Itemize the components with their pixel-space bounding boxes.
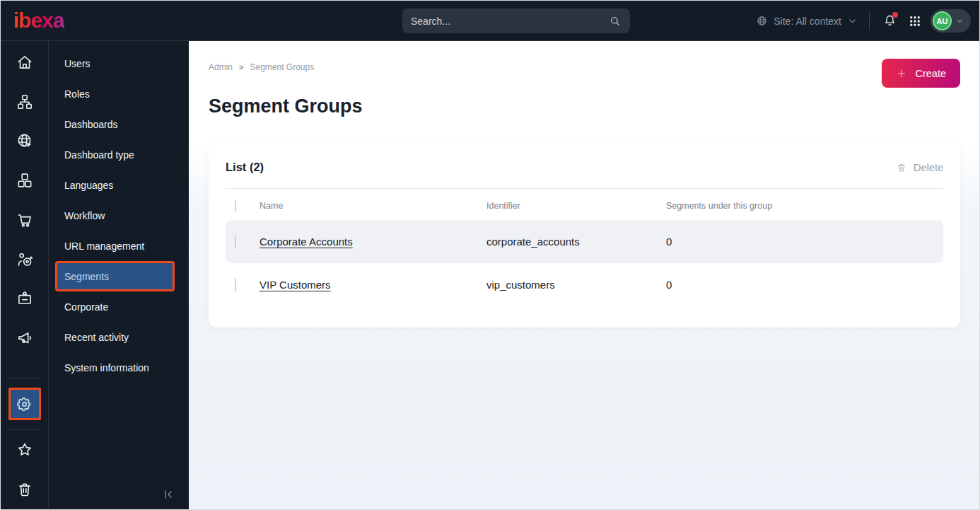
create-button[interactable]: Create [882,59,960,88]
audience-target-icon [16,250,34,269]
table-row: VIP Customers vip_customers 0 [226,263,943,306]
search-input[interactable] [411,16,609,27]
sidebar-item-label: Corporate [64,301,108,313]
sidebar-item-workflow[interactable]: Workflow [49,200,189,231]
rail-item-campaigns[interactable] [1,318,48,358]
global-search [402,8,630,33]
sidebar-item-roles[interactable]: Roles [49,79,189,109]
sidebar-item-dashboards[interactable]: Dashboards [49,109,189,139]
sidebar-item-label: Users [64,58,91,69]
sidebar-item-label: Languages [64,180,113,191]
table-row: Corporate Accounts corporate_accounts 0 [226,220,943,263]
search-icon[interactable] [609,15,622,28]
rail-item-audience[interactable] [1,240,48,279]
gear-icon [16,395,33,413]
row-checkbox[interactable] [235,235,236,248]
apps-menu-button[interactable] [905,11,925,31]
sidebar-item-label: Dashboards [64,119,118,130]
collapse-left-icon [162,488,175,501]
column-header-name: Name [259,201,486,211]
delete-button-label: Delete [914,162,943,173]
sidebar-item-recent-activity[interactable]: Recent activity [49,322,189,352]
rail-divider [7,378,42,378]
row-checkbox[interactable] [235,278,236,291]
sidebar-item-label: URL management [64,240,144,252]
breadcrumb-current: Segment Groups [250,62,314,72]
rail-item-admin-settings[interactable] [1,383,48,426]
chevron-down-icon [955,16,964,25]
sidebar-item-label: Segments [64,271,109,282]
sidebar-item-label: Recent activity [64,332,129,343]
user-menu[interactable]: AU [931,9,971,33]
ibexa-logo[interactable]: ibexa [13,8,64,33]
main-content: Admin > Segment Groups Create Segment Gr… [189,41,979,509]
sidebar-item-label: Dashboard type [64,149,134,161]
rail-item-personalization[interactable] [1,279,48,318]
sidebar-item-dashboard-type[interactable]: Dashboard type [49,139,189,170]
sidebar-item-label: Roles [64,88,90,100]
icon-rail [1,41,49,509]
delete-button[interactable]: Delete [896,162,943,173]
create-button-label: Create [915,68,946,79]
plus-icon [896,68,907,79]
identifier-cell: vip_customers [486,279,666,291]
admin-sidebar: Users Roles Dashboards Dashboard type La… [49,41,189,509]
trash-icon [16,480,34,499]
identifier-cell: corporate_accounts [486,236,666,248]
sidebar-collapse-button[interactable] [162,488,175,504]
sidebar-item-languages[interactable]: Languages [49,170,189,200]
rail-item-trash[interactable] [1,470,48,509]
content-tree-icon [16,93,34,111]
cart-icon [16,211,34,229]
list-title: List (2) [226,161,264,174]
site-context-label: Site: All context [774,16,841,27]
rail-item-products[interactable] [1,161,48,200]
segments-count-cell: 0 [666,279,943,291]
chevron-down-icon [847,16,858,26]
globe-icon [756,15,768,27]
segment-groups-list-card: List (2) Delete Name Identifier Segments… [209,141,960,328]
notification-badge [892,12,898,18]
sidebar-item-label: System information [64,362,149,373]
rail-item-commerce[interactable] [1,200,48,240]
segment-group-link[interactable]: Corporate Accounts [259,236,353,248]
site-globe-icon [16,132,34,150]
breadcrumb: Admin > Segment Groups [189,41,979,72]
sidebar-item-system-information[interactable]: System information [49,352,189,383]
megaphone-icon [16,329,34,347]
sidebar-item-segments[interactable]: Segments [55,261,175,291]
avatar: AU [933,11,952,30]
blocks-icon [16,171,34,190]
table-header-row: Name Identifier Segments under this grou… [226,189,943,220]
rail-item-home[interactable] [1,42,48,82]
sidebar-item-url-management[interactable]: URL management [49,231,189,261]
page-title: Segment Groups [209,95,979,117]
app-window: ibexa Site: All context [0,0,980,510]
active-rail-highlight [8,388,41,420]
select-all-checkbox[interactable] [235,200,236,211]
star-icon [16,441,34,459]
sidebar-item-users[interactable]: Users [49,48,189,79]
segment-group-link[interactable]: VIP Customers [259,279,331,291]
id-badge-icon [16,289,34,308]
notifications-button[interactable] [880,11,899,31]
breadcrumb-admin[interactable]: Admin [209,62,233,72]
breadcrumb-separator: > [239,63,243,71]
grid-apps-icon [908,14,922,28]
home-icon [16,53,34,71]
trash-icon [896,162,907,173]
segments-count-cell: 0 [666,236,943,248]
rail-item-content-tree[interactable] [1,82,48,122]
site-context-selector[interactable]: Site: All context [756,15,858,27]
column-header-segments: Segments under this group [666,201,943,211]
topbar-controls: Site: All context AU [756,1,971,41]
topbar-divider [869,12,870,30]
rail-item-site[interactable] [1,121,48,161]
rail-item-favorites[interactable] [1,430,48,470]
column-header-identifier: Identifier [486,201,666,211]
sidebar-item-corporate[interactable]: Corporate [49,291,189,322]
top-bar: ibexa Site: All context [1,1,979,41]
sidebar-item-label: Workflow [64,210,105,221]
